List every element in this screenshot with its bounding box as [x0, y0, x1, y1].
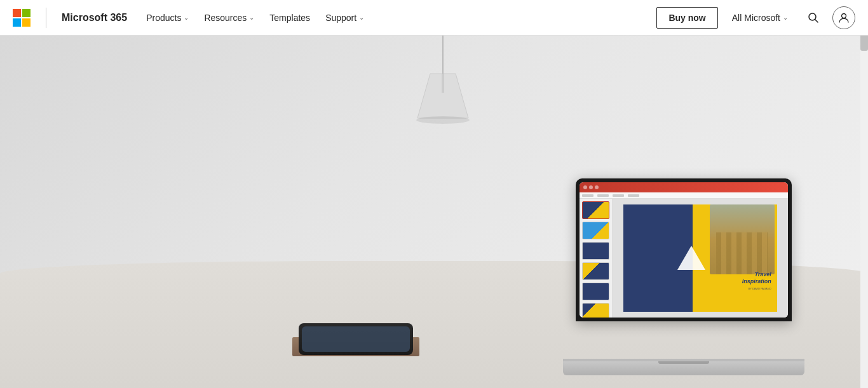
nav-divider	[46, 8, 46, 28]
ppt-titlebar	[580, 182, 788, 192]
ppt-dot1	[583, 185, 587, 189]
ppt-menu2	[597, 194, 609, 197]
all-microsoft-chevron-icon: ⌄	[783, 14, 788, 21]
nav-products[interactable]: Products ⌄	[140, 9, 195, 27]
ppt-main-slide: Travel Inspiration BY DAVID PAGANO	[613, 199, 788, 318]
ppt-thumbnail-3[interactable]	[582, 242, 609, 260]
ppt-sidebar	[580, 199, 613, 318]
slide-building-image	[710, 204, 775, 274]
navbar: Microsoft 365 Products ⌄ Resources ⌄ Tem…	[0, 0, 868, 36]
logo-group[interactable]: Microsoft 365	[13, 8, 127, 28]
svg-point-2	[842, 13, 846, 18]
buy-now-button[interactable]: Buy now	[656, 7, 717, 29]
phone	[299, 323, 413, 355]
nav-resources[interactable]: Resources ⌄	[198, 9, 261, 27]
logo-blue-square	[13, 18, 21, 27]
logo-green-square	[22, 9, 31, 17]
laptop-base	[563, 361, 804, 375]
laptop-display: Travel Inspiration BY DAVID PAGANO	[580, 182, 788, 318]
lamp-icon	[373, 36, 513, 175]
ppt-thumbnail-4[interactable]	[582, 262, 609, 280]
logo-red-square	[13, 9, 21, 17]
ppt-menubar	[580, 192, 788, 199]
svg-line-1	[815, 19, 818, 22]
svg-point-6	[416, 116, 470, 124]
ppt-dot2	[589, 185, 593, 189]
ppt-menu3	[613, 194, 624, 197]
svg-rect-4	[442, 74, 444, 93]
ppt-menu1	[582, 194, 593, 197]
nav-links: Products ⌄ Resources ⌄ Templates Support…	[140, 9, 656, 27]
ppt-content-area: Travel Inspiration BY DAVID PAGANO	[580, 199, 788, 318]
slide-subtitle: BY DAVID PAGANO	[742, 287, 771, 290]
nav-templates[interactable]: Templates	[263, 9, 316, 27]
brand-name[interactable]: Microsoft 365	[62, 12, 127, 23]
hero-section: Travel Inspiration BY DAVID PAGANO	[0, 36, 868, 388]
person-icon	[838, 12, 850, 23]
ppt-thumbnail-1[interactable]	[582, 201, 609, 219]
nav-right: Buy now All Microsoft ⌄	[656, 6, 855, 29]
ppt-menu4	[628, 194, 639, 197]
laptop: Travel Inspiration BY DAVID PAGANO	[563, 178, 804, 375]
svg-rect-5	[442, 36, 444, 74]
ppt-dot3	[595, 185, 599, 189]
resources-chevron-icon: ⌄	[249, 14, 254, 21]
support-chevron-icon: ⌄	[359, 14, 364, 21]
products-chevron-icon: ⌄	[184, 14, 189, 21]
ppt-thumbnail-5[interactable]	[582, 283, 609, 300]
phone-screen	[302, 326, 410, 352]
ppt-thumbnail-6[interactable]	[582, 303, 609, 318]
travel-inspiration-slide: Travel Inspiration BY DAVID PAGANO	[623, 204, 778, 311]
slide-title: Travel Inspiration	[742, 271, 771, 286]
slide-text-block: Travel Inspiration BY DAVID PAGANO	[742, 271, 771, 290]
search-button[interactable]	[802, 6, 825, 29]
account-button[interactable]	[832, 6, 855, 29]
scrollbar[interactable]	[860, 0, 868, 388]
logo-yellow-square	[22, 18, 31, 27]
search-icon	[808, 12, 819, 23]
slide-triangle-shape	[677, 246, 705, 270]
microsoft-logo[interactable]	[13, 9, 31, 27]
ppt-thumbnail-2[interactable]	[582, 222, 609, 239]
laptop-screen: Travel Inspiration BY DAVID PAGANO	[576, 178, 792, 321]
desk-items	[292, 337, 419, 356]
all-microsoft-button[interactable]: All Microsoft ⌄	[726, 9, 794, 27]
nav-support[interactable]: Support ⌄	[319, 9, 370, 27]
